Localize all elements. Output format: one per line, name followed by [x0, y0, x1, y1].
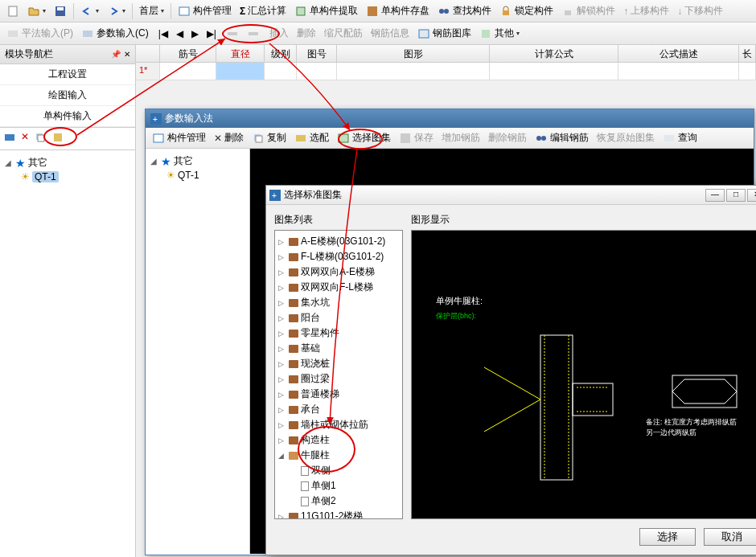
col-shape[interactable]: 图形 — [337, 45, 490, 62]
param-input-button[interactable]: 参数输入(C) — [78, 25, 152, 42]
row-marker: 1* — [136, 63, 160, 80]
atlas-subitem[interactable]: 双侧 — [278, 463, 399, 478]
flat-input-button[interactable]: 平法输入(P) — [3, 25, 76, 42]
atlas-list[interactable]: ▷A-E楼梯(03G101-2)▷F-L楼梯(03G101-2)▷双网双向A-E… — [274, 230, 403, 519]
atlas-item[interactable]: ▷构造柱 — [278, 432, 399, 448]
tree-tool-1[interactable] — [3, 131, 16, 146]
component-manage-button[interactable]: 构件管理 — [175, 2, 235, 19]
rebar-lib-button[interactable]: 钢筋图库 — [414, 25, 475, 42]
delete-button[interactable]: 删除 — [294, 25, 319, 42]
svg-rect-30 — [664, 135, 674, 141]
open-folder-button[interactable]: ▾ — [24, 3, 49, 19]
atlas-item[interactable]: ▷零星构件 — [278, 326, 399, 341]
move-up-button[interactable]: ↑上移构件 — [620, 2, 672, 19]
atlas-item[interactable]: ▷集水坑 — [278, 295, 399, 310]
panel-pin-icon[interactable]: 📌 — [111, 50, 121, 59]
atlas-item[interactable]: ▷现浇桩 — [278, 356, 399, 371]
pt-select-atlas[interactable]: 选择图集 — [334, 129, 394, 146]
ptree-root[interactable]: ◢ ★ 其它 — [150, 154, 244, 169]
tree-tool-4[interactable] — [51, 131, 64, 146]
pt-manage[interactable]: 构件管理 — [149, 129, 209, 146]
atlas-item[interactable]: ▷11G101-2楼梯 — [278, 509, 399, 519]
extract-icon — [294, 5, 307, 18]
col-num[interactable]: 筋号 — [160, 45, 216, 62]
atlas-item[interactable]: ▷F-L楼梯(03G101-2) — [278, 249, 399, 264]
param-titlebar[interactable]: + 参数输入法 — [146, 109, 754, 128]
atlas-item[interactable]: ▷A-E楼梯(03G101-2) — [278, 234, 399, 249]
panel-close-icon[interactable]: ✕ — [124, 50, 130, 59]
scale-rebar-button[interactable]: 缩尺配筋 — [321, 25, 366, 42]
tree-child[interactable]: ☀ QT-1 — [5, 170, 130, 183]
ptree-child[interactable]: ☀ QT-1 — [150, 169, 244, 182]
nav-single-input[interactable]: 单构件输入 — [0, 106, 135, 127]
cancel-button[interactable]: 取消 — [704, 528, 756, 546]
other-button[interactable]: 其他 ▾ — [476, 25, 523, 42]
sun-icon: ☀ — [21, 171, 30, 182]
insert-button[interactable]: 插入 — [266, 25, 292, 42]
grid-row-1[interactable]: 1* — [136, 63, 756, 80]
nav-project-settings[interactable]: 工程设置 — [0, 64, 135, 85]
pt-add-rebar[interactable]: 增加钢筋 — [438, 129, 483, 146]
nav-next-button[interactable]: ▶ — [188, 27, 202, 41]
pt-save[interactable]: 保存 — [396, 129, 437, 146]
pt-delete[interactable]: ✕删除 — [211, 129, 247, 146]
atlas-subitem[interactable]: 单侧1 — [278, 478, 399, 494]
col-grade[interactable]: 级别 — [265, 45, 297, 62]
atlas-item[interactable]: ▷承台 — [278, 402, 399, 417]
move-down-button[interactable]: ↓下移构件 — [674, 2, 726, 19]
tree-tool-delete[interactable]: ✕ — [21, 131, 29, 146]
nav-first-button[interactable]: |◀ — [155, 27, 171, 41]
atlas-subitem[interactable]: 单侧2 — [278, 494, 399, 509]
nav-last-button[interactable]: ▶| — [203, 27, 220, 41]
atlas-item[interactable]: ▷圈过梁 — [278, 371, 399, 387]
atlas-item[interactable]: ▷普通楼梯 — [278, 387, 399, 402]
atlas-item[interactable]: ▷双网双向F-L楼梯 — [278, 280, 399, 295]
pt-del-rebar[interactable]: 删除钢筋 — [485, 129, 530, 146]
ok-button[interactable]: 选择 — [639, 528, 696, 546]
row-add-icon[interactable] — [223, 26, 242, 42]
lock-button[interactable]: 锁定构件 — [496, 2, 557, 19]
pt-edit-rebar[interactable]: 编辑钢筋 — [532, 129, 592, 146]
atlas-item[interactable]: ◢牛腿柱 — [278, 448, 399, 463]
pt-restore[interactable]: 恢复原始图集 — [594, 129, 658, 146]
minimize-button[interactable]: — — [705, 189, 725, 202]
sum-calc-button[interactable]: Σ汇总计算 — [236, 2, 290, 19]
left-navigator: 模块导航栏 📌 ✕ 工程设置 绘图输入 单构件输入 ✕ ◢ ★ 其它 ☀ — [0, 45, 136, 557]
close-button[interactable]: ✕ — [747, 189, 756, 202]
expand-icon[interactable]: ◢ — [5, 158, 13, 167]
find-button[interactable]: 查找构件 — [434, 2, 495, 19]
pt-query[interactable]: 查询 — [659, 129, 701, 146]
col-desc[interactable]: 公式描述 — [618, 45, 739, 62]
param-tree: ◢ ★ 其它 ☀ QT-1 — [146, 149, 250, 554]
floor-select[interactable]: 首层 ▾ — [136, 2, 167, 19]
pt-match[interactable]: 选配 — [291, 129, 332, 146]
atlas-item[interactable]: ▷双网双向A-E楼梯 — [278, 264, 399, 280]
pt-copy[interactable]: 复制 — [249, 129, 290, 146]
nav-draw-input[interactable]: 绘图输入 — [0, 85, 135, 106]
save-button[interactable] — [51, 3, 70, 19]
atlas-preview[interactable]: 单例牛腿柱: 保护层(bhc): 备注: 柱宽度方考虑两排 — [411, 230, 756, 519]
maximize-button[interactable]: □ — [726, 189, 746, 202]
atlas-titlebar[interactable]: + 选择标准图集 — □ ✕ — [266, 186, 756, 205]
svg-rect-12 — [228, 32, 237, 35]
redo-button[interactable]: ▾ — [104, 3, 129, 19]
tree-root[interactable]: ◢ ★ 其它 — [5, 155, 130, 170]
unlock-button[interactable]: 解锁构件 — [558, 2, 618, 19]
col-drawing-no[interactable]: 图号 — [297, 45, 337, 62]
extract-button[interactable]: 单构件提取 — [291, 2, 361, 19]
rebar-info-button[interactable]: 钢筋信息 — [368, 25, 413, 42]
atlas-item[interactable]: ▷基础 — [278, 341, 399, 356]
col-diameter[interactable]: 直径(mm) — [216, 45, 265, 62]
atlas-item[interactable]: ▷墙柱或砌体拉筋 — [278, 417, 399, 432]
undo-button[interactable]: ▾ — [77, 3, 102, 19]
col-length[interactable]: 长 — [739, 45, 756, 62]
undo-icon — [80, 5, 93, 18]
new-file-button[interactable] — [3, 3, 23, 19]
row-del-icon[interactable] — [244, 26, 263, 42]
atlas-item[interactable]: ▷阳台 — [278, 310, 399, 326]
col-formula[interactable]: 计算公式 — [490, 45, 618, 62]
file-icon — [6, 5, 19, 18]
save-component-button[interactable]: 单构件存盘 — [363, 2, 433, 19]
tree-tool-copy[interactable] — [34, 131, 47, 146]
nav-prev-button[interactable]: ◀ — [173, 27, 187, 41]
